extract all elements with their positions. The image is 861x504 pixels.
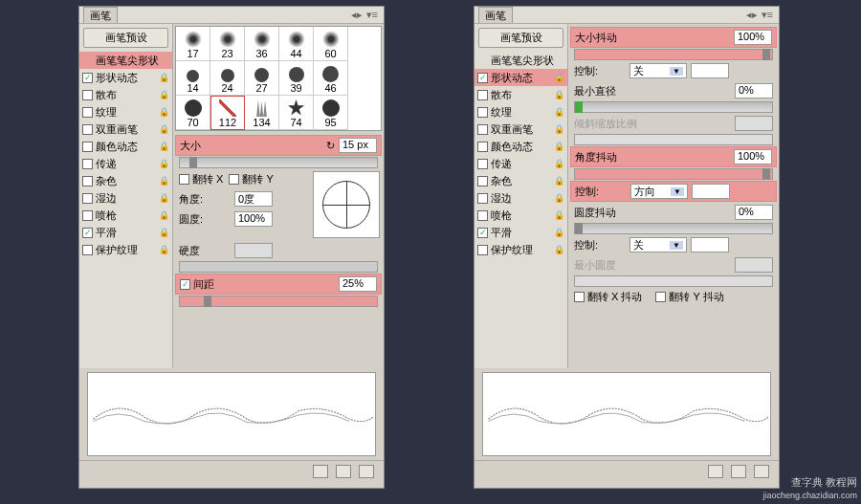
checkbox[interactable] <box>82 176 93 186</box>
checkbox[interactable]: ✓ <box>477 228 488 238</box>
sidebar-item[interactable]: 传递🔒 <box>79 155 172 172</box>
checkbox[interactable] <box>477 210 488 221</box>
checkbox[interactable] <box>477 142 488 152</box>
sidebar-item[interactable]: ✓形状动态🔒 <box>475 69 567 86</box>
sidebar-item[interactable]: ✓形状动态🔒 <box>79 69 172 86</box>
sidebar-item[interactable]: 喷枪🔒 <box>79 207 172 224</box>
spacing-field[interactable]: 25% <box>339 276 377 292</box>
sidebar-item[interactable]: 画笔笔尖形状 <box>79 52 172 69</box>
sidebar-item[interactable]: 画笔笔尖形状 <box>475 52 567 69</box>
flipy-jitter-checkbox[interactable] <box>655 292 666 302</box>
sidebar-item[interactable]: 传递🔒 <box>475 155 567 172</box>
min-diameter-field[interactable]: 0% <box>735 83 773 99</box>
brush-cell[interactable]: 23 <box>210 27 245 61</box>
panel-tab[interactable]: 画笔 <box>83 7 118 23</box>
panel-tab[interactable]: 画笔 <box>478 7 513 23</box>
checkbox[interactable] <box>82 159 93 169</box>
sidebar-item[interactable]: 散布🔒 <box>79 86 172 103</box>
sidebar-item[interactable]: ✓平滑🔒 <box>79 224 172 241</box>
angle-jitter-slider[interactable] <box>574 168 773 180</box>
trash-icon[interactable] <box>359 465 374 478</box>
checkbox[interactable] <box>82 90 93 100</box>
roundness-field[interactable]: 100% <box>234 211 273 227</box>
brush-cell[interactable]: 70 <box>176 96 210 130</box>
sidebar-item[interactable]: 双重画笔🔒 <box>79 121 172 138</box>
angle-control-field[interactable] <box>692 184 730 199</box>
checkbox[interactable] <box>82 124 93 135</box>
sidebar-item[interactable]: ✓平滑🔒 <box>475 224 567 241</box>
checkbox[interactable]: ✓ <box>477 73 488 83</box>
sidebar-item[interactable]: 杂色🔒 <box>79 172 172 189</box>
checkbox[interactable] <box>477 176 488 186</box>
brush-cell[interactable]: 134 <box>245 96 279 130</box>
brush-cell[interactable]: 36 <box>245 27 279 61</box>
roundness-jitter-field[interactable]: 0% <box>735 205 773 220</box>
sidebar-item[interactable]: 保护纹理🔒 <box>79 241 172 258</box>
brush-cell[interactable]: 14 <box>176 61 210 96</box>
collapse-icon[interactable]: ◂▸ <box>351 9 363 21</box>
brush-presets-button[interactable]: 画笔预设 <box>83 28 168 48</box>
sidebar-item[interactable]: 颜色动态🔒 <box>79 138 172 155</box>
new-icon[interactable] <box>731 465 746 478</box>
size-jitter-field[interactable]: 100% <box>734 30 772 45</box>
min-diameter-slider[interactable] <box>574 101 773 113</box>
sidebar-item[interactable]: 颜色动态🔒 <box>475 138 567 155</box>
brush-cell[interactable]: 44 <box>279 27 314 61</box>
checkbox[interactable] <box>477 193 488 204</box>
control-field[interactable] <box>691 63 729 78</box>
sidebar-item[interactable]: 湿边🔒 <box>475 189 567 207</box>
checkbox[interactable] <box>477 124 488 135</box>
flipy-checkbox[interactable] <box>229 174 239 185</box>
flipx-jitter-checkbox[interactable] <box>574 292 585 302</box>
menu-icon[interactable]: ▾≡ <box>762 9 773 21</box>
size-field[interactable]: 15 px <box>339 138 377 153</box>
checkbox[interactable] <box>477 245 488 255</box>
checkbox[interactable] <box>477 90 488 100</box>
angle-widget[interactable] <box>313 171 380 238</box>
sidebar-item[interactable]: 双重画笔🔒 <box>475 121 567 138</box>
round-control-select[interactable]: 关▼ <box>629 237 687 252</box>
collapse-icon[interactable]: ◂▸ <box>746 9 758 21</box>
brush-cell[interactable]: 46 <box>314 61 348 96</box>
brush-cell[interactable]: 95 <box>314 96 348 130</box>
size-slider[interactable] <box>179 157 378 168</box>
brush-presets-button[interactable]: 画笔预设 <box>478 28 563 48</box>
checkbox[interactable] <box>82 107 93 118</box>
angle-control-select[interactable]: 方向▼ <box>630 184 688 199</box>
angle-field[interactable]: 0度 <box>234 191 273 207</box>
hardness-slider[interactable] <box>179 261 378 273</box>
brush-cell[interactable]: 39 <box>279 61 314 96</box>
checkbox[interactable] <box>82 210 93 221</box>
sidebar-item[interactable]: 杂色🔒 <box>475 172 567 189</box>
brush-cell[interactable]: 17 <box>176 27 210 61</box>
sidebar-item[interactable]: 散布🔒 <box>475 86 567 103</box>
brush-cell[interactable]: 27 <box>245 61 279 96</box>
brush-cell[interactable]: 112 <box>210 96 245 130</box>
control-select[interactable]: 关▼ <box>629 63 687 78</box>
brush-cell[interactable]: 60 <box>314 27 348 61</box>
checkbox[interactable] <box>477 107 488 118</box>
toggle-icon[interactable] <box>708 465 723 478</box>
checkbox[interactable] <box>82 193 93 204</box>
checkbox[interactable]: ✓ <box>82 73 93 83</box>
sidebar-item[interactable]: 纹理🔒 <box>475 103 567 121</box>
reset-icon[interactable]: ↻ <box>326 140 335 152</box>
spacing-checkbox[interactable]: ✓ <box>180 279 190 290</box>
flipx-checkbox[interactable] <box>179 174 189 185</box>
spacing-slider[interactable] <box>179 296 378 307</box>
brush-cell[interactable]: 74 <box>279 96 314 130</box>
checkbox[interactable] <box>82 142 93 152</box>
hardness-field[interactable] <box>234 243 273 258</box>
checkbox[interactable] <box>82 245 93 255</box>
toggle-icon[interactable] <box>313 465 328 478</box>
brush-cell[interactable]: 24 <box>210 61 245 96</box>
sidebar-item[interactable]: 纹理🔒 <box>79 103 172 121</box>
sidebar-item[interactable]: 喷枪🔒 <box>475 207 567 224</box>
menu-icon[interactable]: ▾≡ <box>366 9 378 21</box>
roundness-jitter-slider[interactable] <box>574 223 773 234</box>
sidebar-item[interactable]: 保护纹理🔒 <box>475 241 567 258</box>
size-jitter-slider[interactable] <box>574 49 773 60</box>
round-control-field[interactable] <box>691 237 729 252</box>
sidebar-item[interactable]: 湿边🔒 <box>79 189 172 207</box>
checkbox[interactable] <box>477 159 488 169</box>
